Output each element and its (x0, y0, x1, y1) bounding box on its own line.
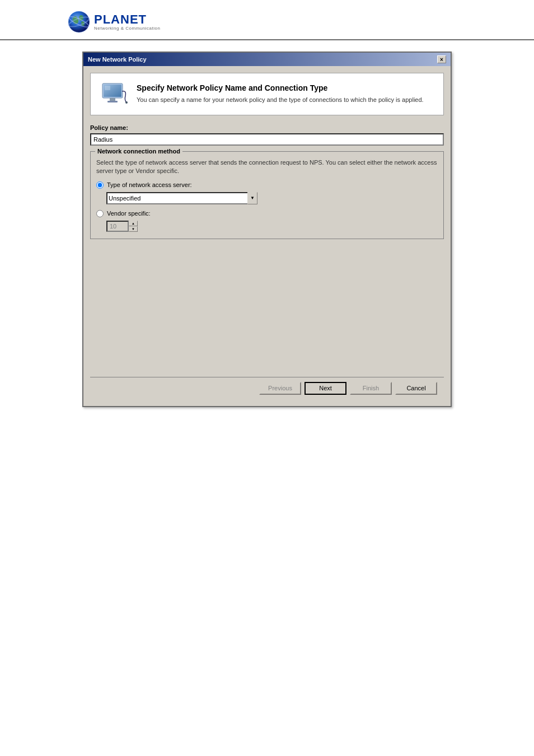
logo-name: PLANET (94, 13, 160, 26)
vendor-radio-input[interactable] (96, 210, 104, 217)
type-radio-input[interactable] (96, 181, 104, 189)
svg-rect-9 (105, 86, 110, 90)
dialog-close-button[interactable]: × (437, 55, 446, 63)
vendor-radio-row: Vendor specific: (96, 210, 438, 217)
form-area: Policy name: Network connection method S… (90, 122, 444, 248)
vendor-radio-label[interactable]: Vendor specific: (107, 210, 151, 217)
vendor-spinner-input (106, 221, 129, 232)
spinner-row: ▲ ▼ (106, 221, 438, 232)
new-network-policy-dialog: New Network Policy × (82, 52, 452, 407)
wizard-title-block: Specify Network Policy Name and Connecti… (137, 83, 434, 104)
svg-rect-11 (107, 101, 118, 102)
svg-point-12 (125, 101, 128, 104)
network-type-select[interactable]: Unspecified (106, 192, 257, 204)
network-connection-group: Network connection method Select the typ… (90, 151, 444, 239)
button-bar: Previous Next Finish Cancel (90, 377, 444, 399)
policy-name-label: Policy name: (90, 124, 444, 131)
wizard-icon (100, 80, 128, 108)
previous-button[interactable]: Previous (259, 382, 301, 395)
planet-globe-icon (67, 10, 91, 34)
network-connection-description: Select the type of network access server… (96, 158, 438, 176)
dialog-titlebar: New Network Policy × (83, 53, 451, 66)
logo-text-block: PLANET Networking & Communication (94, 13, 160, 31)
spinner-down-button: ▼ (129, 226, 138, 232)
wizard-title: Specify Network Policy Name and Connecti… (137, 83, 434, 92)
policy-name-input[interactable] (90, 133, 444, 146)
svg-rect-10 (110, 98, 115, 101)
type-radio-label[interactable]: Type of network access server: (107, 181, 192, 188)
dialog-wrapper: New Network Policy × (0, 52, 534, 407)
select-wrapper: Unspecified ▼ (106, 192, 257, 204)
finish-button[interactable]: Finish (350, 382, 392, 395)
dialog-content: Specify Network Policy Name and Connecti… (83, 66, 451, 406)
planet-logo: PLANET Networking & Communication (67, 10, 523, 34)
wizard-subtitle: You can specify a name for your network … (137, 96, 434, 104)
cancel-button[interactable]: Cancel (395, 382, 437, 395)
spinner-up-button: ▲ (129, 221, 138, 226)
content-spacer (90, 248, 444, 377)
wizard-header: Specify Network Policy Name and Connecti… (90, 73, 444, 115)
select-row: Unspecified ▼ (106, 192, 438, 204)
type-radio-row: Type of network access server: (96, 181, 438, 189)
logo-area: PLANET Networking & Communication (0, 0, 534, 40)
dialog-title: New Network Policy (88, 56, 147, 63)
next-button[interactable]: Next (305, 382, 346, 395)
logo-tagline: Networking & Communication (94, 26, 160, 31)
group-box-legend: Network connection method (95, 148, 182, 155)
spinner-buttons: ▲ ▼ (129, 221, 138, 232)
